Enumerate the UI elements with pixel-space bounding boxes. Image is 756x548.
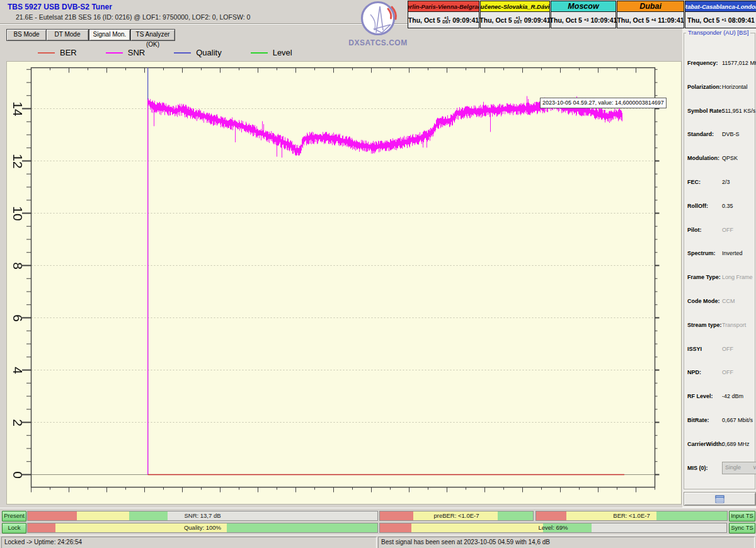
level-meter: Level: 69% — [379, 523, 727, 533]
clock-hms: 09:09:41 — [452, 16, 479, 24]
transponder-title: Transponder (AU) [BS] — [686, 29, 750, 36]
indicator-present: Present — [2, 511, 26, 522]
clock-time: Thu, Oct 5+1DST09:09:41 — [408, 12, 479, 28]
snr-meter: SNR: 13,7 dB — [27, 511, 378, 521]
report-button[interactable] — [684, 492, 756, 506]
clock-hms: 09:09:41 — [524, 16, 551, 24]
clock-date: Thu, Oct 5 — [687, 16, 719, 24]
clock-utc-offset: +3 — [584, 18, 588, 22]
app-window: TBS 5927 USB DVB-S2 Tuner 21.6E - Eutels… — [0, 0, 756, 548]
field-label: MIS (0): — [687, 465, 708, 471]
field-value: CCM — [722, 298, 735, 304]
field-value: Inverted — [722, 250, 743, 256]
field-label: Symbol Rate: — [687, 108, 724, 114]
y-axis-label: 14 — [10, 100, 25, 118]
y-axis-label: 2 — [10, 413, 25, 432]
field-value: 0,667 Mbit/s — [722, 417, 753, 423]
field-value: 0,689 MHz — [722, 441, 750, 447]
signal-chart-canvas[interactable] — [7, 62, 681, 504]
clock-city: Rabat-Casablanca-London — [685, 1, 756, 12]
quality-meter-text: Quality: 100% — [28, 523, 377, 532]
y-axis-label: 0 — [10, 465, 25, 484]
satellite-subtitle: 21.6E - Eutelsat 21B SES 16 (ID: 0216) @… — [16, 13, 250, 21]
field-value: Transport — [722, 322, 746, 328]
transponder-row: Code Mode:CCM — [687, 298, 753, 305]
legend-label: BER — [60, 48, 77, 57]
preber-meter: preBER: <1.0E-7 — [379, 511, 534, 521]
window-title: TBS 5927 USB DVB-S2 Tuner — [8, 3, 112, 11]
y-axis-label: 6 — [10, 309, 25, 328]
y-axis-label: 12 — [10, 152, 25, 171]
field-label: RF Level: — [687, 393, 713, 399]
legend-item-ber: BER — [38, 48, 77, 57]
clock-date: Thu, Oct 5 — [617, 16, 649, 24]
y-axis-label: 10 — [10, 204, 25, 223]
indicator-sync-ts: Sync TS — [729, 523, 755, 534]
transponder-row: Stream type:Transport — [687, 322, 753, 329]
field-value: 11577,012 MHz — [722, 60, 756, 66]
tab-ts-analyzer-ok-[interactable]: TS Analyzer (OK) — [130, 29, 175, 41]
transponder-row: FEC:2/3 — [687, 179, 753, 186]
dxsatcs-logo: DXSATCS.COM — [346, 1, 410, 50]
tab-signal-mon-[interactable]: Signal Mon. — [89, 29, 130, 41]
field-value: 511,951 KS/s — [722, 108, 755, 114]
field-value: OFF — [722, 227, 733, 233]
clock-utc-offset: +1DST — [514, 16, 522, 24]
clock-time: Thu, Oct 5+411:09:41 — [617, 12, 684, 28]
field-label: Code Mode: — [687, 298, 720, 304]
clock-city: Lučenec-Slovakia_R.Dávid — [481, 1, 549, 12]
indicator-input-ts: Input TS — [729, 511, 755, 522]
transponder-row: NPD:OFF — [687, 369, 753, 377]
world-clocks: Berlin-Paris-Vienna-BelgradeThu, Oct 5+1… — [407, 1, 756, 28]
best-signal-status: Best signal has been seen at 2023-10-05 … — [378, 537, 755, 548]
clock-time: Thu, Oct 5+310:09:41 — [551, 12, 616, 28]
field-value: OFF — [722, 369, 733, 375]
tab-dt-mode[interactable]: DT Mode — [46, 29, 89, 41]
transponder-row: RF Level:-42 dBm — [687, 393, 753, 401]
clock-date: Thu, Oct 5 — [408, 16, 440, 24]
clock-panel: MoscowThu, Oct 5+310:09:41 — [551, 1, 616, 28]
legend-label: SNR — [128, 48, 145, 57]
transponder-row: Modulation:QPSK — [687, 155, 753, 163]
field-label: RollOff: — [687, 203, 708, 209]
indicator-lock: Lock — [2, 523, 26, 534]
clock-time: Thu, Oct 5+108:09:41 — [685, 12, 756, 28]
field-label: BitRate: — [687, 417, 709, 423]
tab-bs-mode[interactable]: BS Mode — [6, 29, 47, 41]
legend-label: Level — [273, 48, 292, 57]
field-label: Standard: — [687, 131, 714, 137]
field-label: Polarization: — [687, 84, 721, 90]
transponder-row: Spectrum:Inverted — [687, 250, 753, 258]
clock-panel: DubaiThu, Oct 5+411:09:41 — [617, 1, 684, 28]
transponder-row: Standard:DVB-S — [687, 131, 753, 139]
report-list-icon — [715, 495, 725, 503]
transponder-row: BitRate:0,667 Mbit/s — [687, 417, 753, 425]
field-value: 0.35 — [722, 203, 733, 209]
legend-item-snr: SNR — [106, 48, 145, 57]
mis-select[interactable]: Single∨ — [722, 462, 756, 474]
clock-time: Thu, Oct 5+1DST09:09:41 — [481, 12, 549, 28]
clock-city: Berlin-Paris-Vienna-Belgrade — [408, 1, 479, 12]
legend-swatch — [174, 52, 191, 54]
clock-panel: Lučenec-Slovakia_R.DávidThu, Oct 5+1DST0… — [480, 1, 550, 28]
clock-date: Thu, Oct 5 — [479, 16, 512, 24]
mis-selected-value: Single — [725, 464, 741, 471]
field-value: OFF — [722, 346, 733, 352]
clock-utc-offset: +1DST — [442, 16, 450, 24]
clock-panel: Rabat-Casablanca-LondonThu, Oct 5+108:09… — [685, 1, 756, 28]
field-label: CarrierWidth: — [687, 441, 723, 447]
signal-monitor-chart: 02468101214 2023-10-05 04.59.27, value: … — [6, 61, 682, 505]
clock-utc-offset: +1 — [721, 18, 726, 22]
clock-hms: 10:09:41 — [590, 16, 617, 24]
field-value: 2/3 — [722, 179, 730, 185]
y-axis-label: 4 — [10, 361, 25, 380]
lock-uptime-status: Locked -> Uptime: 24:26:54 — [1, 537, 377, 548]
transponder-row: ISSYIOFF — [687, 346, 753, 353]
logo-text: DXSATCS.COM — [348, 38, 407, 47]
signal-meters: PresentSNR: 13,7 dBpreBER: <1.0E-7BER: <… — [0, 508, 756, 535]
snr-meter-text: SNR: 13,7 dB — [28, 511, 377, 520]
ber-meter: BER: <1.0E-7 — [536, 511, 728, 521]
field-label: FEC: — [687, 179, 701, 185]
field-label: NPD: — [687, 369, 701, 375]
chevron-down-icon: ∨ — [752, 462, 756, 472]
